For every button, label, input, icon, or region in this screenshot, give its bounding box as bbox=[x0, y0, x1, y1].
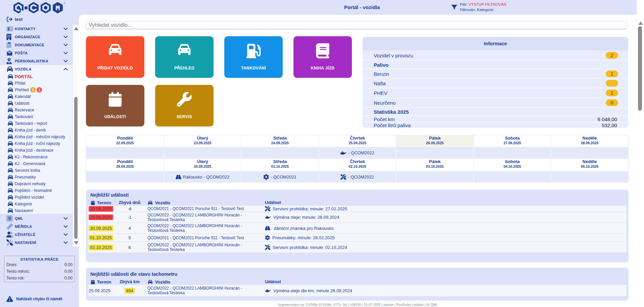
svg-text:Q: Q bbox=[8, 216, 11, 220]
